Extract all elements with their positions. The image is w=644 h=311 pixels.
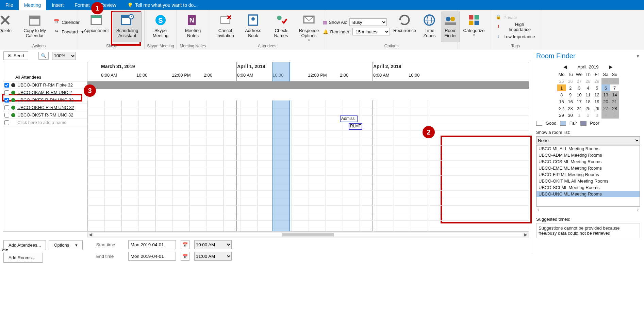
cal-day[interactable]: 25 (584, 105, 593, 112)
recurrence-button[interactable]: Recurrence (391, 12, 418, 42)
start-time-select[interactable]: 10:00 AM (194, 240, 232, 249)
attendee-row[interactable]: UBCO-OKES R-RM UNC 32 (3, 96, 87, 104)
cal-day[interactable]: 12 (593, 91, 601, 98)
delete-button[interactable]: Delete (0, 12, 18, 42)
prev-month-button[interactable]: ◀ (563, 64, 567, 69)
room-list-item[interactable]: UBCO-SCI ML Meeting Rooms (536, 184, 640, 191)
room-list-item[interactable]: UBCO-UNC ML Meeting Rooms (536, 191, 640, 197)
time-zones-button[interactable]: Time Zones (419, 12, 440, 42)
cal-day[interactable]: 7 (610, 84, 619, 91)
cal-day[interactable]: 19 (593, 98, 601, 105)
attendee-row[interactable]: UBCO-OKST R-RM UNC 32 (3, 111, 87, 119)
cal-day[interactable]: 29 (593, 78, 601, 84)
room-list-item[interactable]: UBCO-OKIT ML All Meeting Rooms (536, 178, 640, 184)
attendee-row[interactable]: UBCO-OKHC R-RM UNC 32 (3, 104, 87, 111)
cal-day[interactable]: 16 (566, 98, 575, 105)
options-dropdown[interactable]: Options ▾ (49, 240, 82, 250)
add-attendees-button[interactable]: Add Attendees... (3, 240, 46, 250)
room-list-item[interactable]: UBCO-CCS ML Meeting Rooms (536, 158, 640, 165)
private-button[interactable]: 🔒 Private (493, 13, 519, 22)
start-date-input[interactable] (128, 240, 176, 249)
cal-day[interactable]: 22 (557, 105, 566, 112)
next-month-button[interactable]: ▶ (609, 64, 613, 69)
tab-format[interactable]: Format (69, 0, 95, 10)
attendee-row[interactable]: UBCO-OKIT R-RM Fipke 32 (3, 81, 87, 89)
cal-day[interactable]: 1 (575, 112, 584, 119)
cal-day[interactable]: 14 (610, 91, 619, 98)
room-list-dropdown[interactable]: UBCO ML ALL Meeting RoomsUBCO-ADM ML Mee… (536, 145, 640, 206)
check-names-button[interactable]: Check Names (268, 12, 294, 42)
room-list-item[interactable]: UBCO ML ALL Meeting Rooms (536, 145, 640, 152)
cal-day[interactable]: 30 (601, 78, 610, 84)
tab-insert[interactable]: Insert (46, 0, 69, 10)
add-attendee-row[interactable]: Click here to add a name (3, 119, 87, 126)
show-as-select[interactable]: Busy (349, 18, 387, 26)
cal-day[interactable]: 2 (584, 112, 593, 119)
attendee-checkbox[interactable] (4, 83, 9, 88)
tab-meeting[interactable]: Meeting (19, 0, 47, 10)
cancel-invitation-button[interactable]: Cancel Invitation (212, 12, 238, 42)
high-importance-button[interactable]: ! High Importance (493, 22, 538, 31)
cal-day[interactable]: 17 (575, 98, 584, 105)
copy-to-calendar-button[interactable]: Copy to My Calendar (20, 12, 50, 42)
categorize-button[interactable]: Categorize▾ (461, 12, 487, 42)
add-rooms-button[interactable]: Add Rooms... (3, 253, 43, 263)
tell-me-search[interactable]: 💡 Tell me what you want to do... (122, 0, 203, 10)
tab-review[interactable]: Review (95, 0, 122, 10)
schedule-grid[interactable]: March 31, 2019April 1, 2019April 2, 2019… (87, 62, 529, 231)
cal-day[interactable]: 23 (566, 105, 575, 112)
cal-day[interactable]: 28 (584, 78, 593, 84)
end-date-input[interactable] (128, 252, 176, 261)
cal-day[interactable]: 5 (610, 112, 619, 119)
cal-day[interactable]: 10 (575, 91, 584, 98)
room-list-hscroll[interactable]: ‹› (536, 206, 640, 213)
cal-day[interactable]: 6 (601, 84, 610, 91)
attendee-checkbox[interactable] (4, 105, 9, 110)
low-importance-button[interactable]: ↓ Low Importance (493, 32, 538, 41)
meeting-notes-button[interactable]: N Meeting Notes (180, 12, 206, 42)
cal-day[interactable]: 9 (566, 91, 575, 98)
attendee-checkbox[interactable] (4, 120, 9, 125)
room-list-item[interactable]: UBCO-FIP ML Meeting Rooms (536, 171, 640, 178)
start-date-picker[interactable]: 📅 (181, 240, 189, 249)
room-finder-button[interactable]: Room Finder (441, 12, 460, 42)
search-icon[interactable]: 🔍 (38, 52, 49, 60)
address-book-button[interactable]: Address Book (240, 12, 266, 42)
attendee-checkbox[interactable] (4, 90, 9, 95)
scheduling-assistant-button[interactable]: Scheduling Assistant (113, 12, 142, 42)
cal-day[interactable]: 15 (557, 98, 566, 105)
cal-day[interactable]: 31 (610, 78, 619, 84)
cal-day[interactable]: 28 (610, 105, 619, 112)
response-options-button[interactable]: Response Options▾ (296, 12, 322, 42)
send-button[interactable]: ✉ Send (3, 51, 28, 60)
room-list-item[interactable]: UBCO-ADM ML Meeting Rooms (536, 152, 640, 158)
cal-day[interactable]: 24 (575, 105, 584, 112)
cal-day[interactable]: 3 (593, 112, 601, 119)
room-list-select[interactable]: None (536, 136, 640, 144)
horizontal-scrollbar[interactable]: ◀ ▶ (87, 232, 529, 237)
cal-day[interactable]: 26 (593, 105, 601, 112)
mini-calendar[interactable]: MoTuWeThFrSaSu 2526272829303112345678910… (557, 71, 619, 119)
cal-day[interactable]: 5 (593, 84, 601, 91)
room-list-item[interactable]: UBCO-EME ML Meeting Rooms (536, 165, 640, 171)
cal-day[interactable]: 2 (566, 84, 575, 91)
cal-day[interactable]: 3 (575, 84, 584, 91)
cal-day[interactable]: 13 (601, 91, 610, 98)
cal-day[interactable]: 20 (601, 98, 610, 105)
attendee-checkbox[interactable] (4, 98, 9, 103)
chevron-down-icon[interactable]: ▼ (636, 54, 640, 59)
cal-day[interactable]: 8 (557, 91, 566, 98)
cal-day[interactable]: 4 (584, 84, 593, 91)
attendee-row[interactable]: UBCO-OKAM R-RM UNC 2 (3, 89, 87, 96)
skype-meeting-button[interactable]: S Skype Meeting (147, 12, 174, 42)
attendee-checkbox[interactable] (4, 113, 9, 118)
cal-day[interactable]: 29 (557, 112, 566, 119)
cal-day[interactable]: 21 (610, 98, 619, 105)
cal-day[interactable]: 4 (601, 112, 610, 119)
cal-day[interactable]: 1 (557, 84, 566, 91)
cal-day[interactable]: 26 (566, 78, 575, 84)
cal-day[interactable]: 25 (557, 78, 566, 84)
time-selection[interactable] (273, 100, 290, 231)
end-time-select[interactable]: 11:00 AM (194, 252, 232, 261)
reminder-select[interactable]: 15 minutes (352, 28, 390, 35)
